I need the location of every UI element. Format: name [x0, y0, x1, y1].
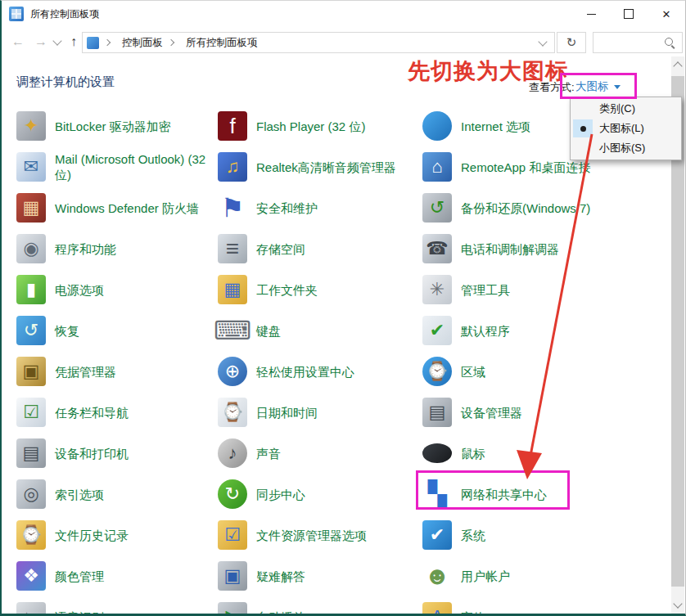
- power-options-icon: ▮: [16, 275, 46, 304]
- control-panel-item-realtek-audio[interactable]: ♫Realtek高清晰音频管理器: [218, 146, 416, 187]
- item-label: 系统: [461, 528, 485, 543]
- control-panel-item-autoplay[interactable]: ▶自动播放: [218, 596, 416, 616]
- close-icon: ✕: [662, 8, 671, 20]
- control-panel-item-power-options[interactable]: ▮电源选项: [16, 269, 211, 310]
- control-panel-item-device-manager[interactable]: ▤设备管理器: [422, 392, 668, 433]
- internet-options-icon: [422, 111, 452, 141]
- minimize-button[interactable]: [572, 1, 610, 27]
- item-label: 管理工具: [461, 282, 510, 298]
- control-panel-item-default-programs[interactable]: ✔默认程序: [422, 310, 668, 351]
- control-panel-item-defender-firewall[interactable]: ▦Windows Defender 防火墙: [16, 187, 211, 228]
- control-panel-item-keyboard[interactable]: ⌨键盘: [218, 310, 416, 351]
- control-panel-item-ease-of-access[interactable]: ⊕轻松使用设置中心: [218, 351, 416, 392]
- menu-item-label: 类别(C): [599, 101, 635, 116]
- control-panel-item-indexing-options[interactable]: ◎索引选项: [16, 474, 211, 515]
- control-panel-item-fonts[interactable]: A字体: [422, 596, 668, 616]
- refresh-button[interactable]: ↻: [557, 32, 586, 53]
- control-panel-item-work-folders[interactable]: ▦工作文件夹: [218, 269, 416, 310]
- item-label: 电话和调制解调器: [461, 241, 559, 257]
- control-panel-item-devices-printers[interactable]: ▤设备和打印机: [16, 433, 211, 474]
- view-by-dropdown[interactable]: 大图标: [575, 79, 621, 94]
- scroll-up-icon[interactable]: [673, 61, 682, 70]
- control-panel-item-date-time[interactable]: ⌚日期和时间: [218, 392, 416, 433]
- defender-firewall-icon: ▦: [16, 193, 46, 223]
- mail-icon: ✉: [16, 152, 46, 182]
- view-by-value: 大图标: [575, 79, 609, 94]
- control-panel-item-backup-restore[interactable]: ↺备份和还原(Windows 7): [422, 187, 668, 228]
- item-label: 文件历史记录: [55, 528, 129, 543]
- selected-bullet-icon: [573, 119, 593, 137]
- control-panel-item-mail[interactable]: ✉Mail (Microsoft Outlook) (32 位): [16, 146, 211, 187]
- control-panel-item-bitlocker[interactable]: ✦BitLocker 驱动器加密: [16, 106, 211, 146]
- item-label: 存储空间: [256, 241, 305, 257]
- file-history-icon: ⌚: [16, 520, 46, 550]
- item-label: 同步中心: [256, 487, 305, 502]
- recent-pages-chevron-icon[interactable]: [52, 36, 61, 45]
- control-panel-item-taskbar-navigation[interactable]: ☑任务栏和导航: [16, 392, 211, 433]
- view-menu-item-large-icons[interactable]: 大图标(L): [571, 119, 681, 138]
- back-button[interactable]: ←: [11, 34, 25, 49]
- backup-restore-icon: ↺: [422, 193, 452, 223]
- view-menu-item-category[interactable]: 类别(C): [571, 99, 681, 119]
- control-panel-item-mouse[interactable]: 鼠标: [422, 433, 668, 474]
- sound-icon: ♪: [218, 438, 247, 468]
- programs-features-icon: ◉: [16, 234, 46, 263]
- view-by-menu: 类别(C)大图标(L)小图标(S): [570, 97, 682, 160]
- control-panel-item-network-sharing-center[interactable]: ▚网络和共享中心: [422, 474, 668, 515]
- item-label: Flash Player (32 位): [256, 119, 365, 134]
- control-panel-item-system[interactable]: ✔系统: [422, 515, 668, 555]
- item-label: 用户帐户: [461, 569, 510, 584]
- control-panel-item-file-explorer-options[interactable]: ☑文件资源管理器选项: [218, 515, 416, 555]
- up-button[interactable]: ↑: [70, 34, 77, 49]
- control-panel-item-programs-features[interactable]: ◉程序和功能: [16, 228, 211, 269]
- forward-button[interactable]: →: [34, 34, 47, 49]
- title-bar: 所有控制面板项 ✕: [2, 1, 685, 27]
- item-label: 电源选项: [55, 282, 104, 298]
- item-label: Realtek高清晰音频管理器: [256, 160, 396, 175]
- breadcrumb-current[interactable]: 所有控制面板项: [186, 36, 258, 50]
- credential-manager-icon: ▣: [16, 357, 46, 386]
- items-column-2: fFlash Player (32 位)♫Realtek高清晰音频管理器⚑安全和…: [218, 106, 416, 616]
- maximize-button[interactable]: [610, 1, 648, 27]
- address-bar[interactable]: 控制面板 所有控制面板项: [82, 32, 555, 53]
- control-panel-item-admin-tools[interactable]: ✳管理工具: [422, 269, 668, 310]
- control-panel-item-phone-modem[interactable]: ☎电话和调制解调器: [422, 228, 668, 269]
- control-panel-item-credential-manager[interactable]: ▣凭据管理器: [16, 351, 211, 392]
- control-panel-item-flash-player[interactable]: fFlash Player (32 位): [218, 106, 416, 146]
- control-panel-item-speech-recognition[interactable]: ♩语音识别: [16, 596, 211, 616]
- address-dropdown-chevron-icon[interactable]: [538, 37, 547, 46]
- control-panel-item-sound[interactable]: ♪声音: [218, 433, 416, 474]
- item-label: 备份和还原(Windows 7): [461, 200, 590, 216]
- work-folders-icon: ▦: [218, 275, 247, 304]
- item-label: 索引选项: [55, 487, 104, 502]
- sync-center-icon: ↻: [218, 479, 247, 509]
- close-button[interactable]: ✕: [648, 1, 685, 27]
- item-label: 疑难解答: [256, 569, 305, 584]
- storage-spaces-icon: ≡: [218, 234, 247, 263]
- item-label: 程序和功能: [55, 241, 116, 257]
- menu-item-label: 小图标(S): [599, 141, 645, 155]
- search-input[interactable]: [593, 36, 664, 49]
- control-panel-item-user-accounts[interactable]: ☻用户帐户: [422, 555, 668, 596]
- control-panel-item-sync-center[interactable]: ↻同步中心: [218, 474, 416, 515]
- control-panel-item-recovery[interactable]: ↺恢复: [16, 310, 211, 351]
- control-panel-item-security-maintenance[interactable]: ⚑安全和维护: [218, 187, 416, 228]
- fonts-icon: A: [422, 602, 452, 616]
- scroll-down-icon[interactable]: [673, 599, 682, 608]
- control-panel-item-file-history[interactable]: ⌚文件历史记录: [16, 515, 211, 555]
- region-icon: ⌚: [422, 357, 452, 386]
- item-label: 默认程序: [461, 323, 510, 339]
- item-label: 语音识别: [55, 609, 104, 616]
- search-box[interactable]: [593, 32, 683, 53]
- control-panel-item-storage-spaces[interactable]: ≡存储空间: [218, 228, 416, 269]
- control-panel-item-region[interactable]: ⌚区域: [422, 351, 668, 392]
- ease-of-access-icon: ⊕: [218, 357, 247, 386]
- control-panel-item-troubleshooting[interactable]: ▣疑难解答: [218, 555, 416, 596]
- item-label: 颜色管理: [55, 569, 104, 584]
- phone-modem-icon: ☎: [422, 234, 452, 263]
- control-panel-item-color-management[interactable]: ❖颜色管理: [16, 555, 211, 596]
- view-by-label: 查看方式:: [529, 80, 575, 95]
- flash-player-icon: f: [218, 111, 247, 141]
- breadcrumb-control-panel[interactable]: 控制面板: [122, 36, 163, 50]
- view-menu-item-small-icons[interactable]: 小图标(S): [571, 138, 681, 158]
